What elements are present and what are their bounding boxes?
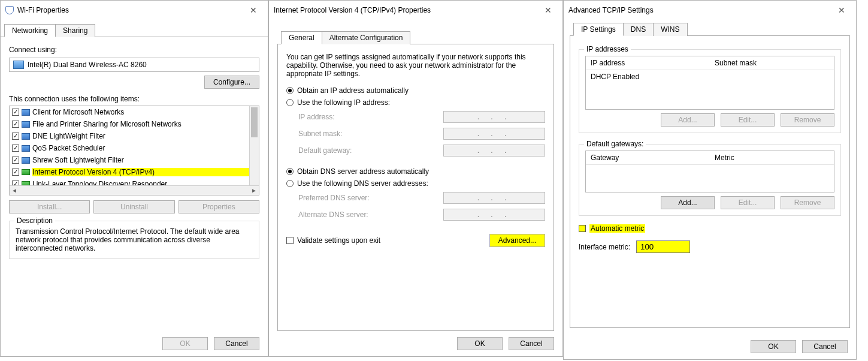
ip-edit-button[interactable]: Edit... — [721, 113, 775, 127]
scrollbar-vertical[interactable] — [249, 106, 259, 185]
items-listbox[interactable]: Client for Microsoft Networks File and P… — [9, 106, 259, 195]
tab-wins[interactable]: WINS — [653, 23, 687, 36]
radio-dns-auto[interactable]: Obtain DNS server address automatically — [286, 167, 545, 176]
connect-using-label: Connect using: — [9, 46, 259, 54]
list-item[interactable]: Shrew Soft Lightweight Filter — [32, 156, 256, 164]
gw-remove-button[interactable]: Remove — [781, 196, 834, 209]
item-checkbox[interactable] — [12, 169, 19, 176]
tab-dns[interactable]: DNS — [623, 23, 654, 36]
list-item-tcpipv4[interactable]: Internet Protocol Version 4 (TCP/IPv4) — [32, 168, 256, 176]
list-item[interactable]: DNE LightWeight Filter — [32, 132, 256, 140]
service-icon — [22, 121, 30, 128]
configure-button[interactable]: Configure... — [204, 76, 259, 89]
close-icon[interactable]: ✕ — [241, 2, 265, 19]
client-icon — [22, 109, 30, 116]
dhcp-enabled-row[interactable]: DHCP Enabled — [586, 70, 834, 83]
tabs: IP Settings DNS WINS — [570, 22, 850, 36]
protocol-icon — [22, 169, 30, 175]
properties-button[interactable]: Properties — [179, 200, 259, 213]
gateways-group: Default gateways: Gateway Metric Add... … — [579, 144, 841, 216]
ip-add-button[interactable]: Add... — [661, 113, 715, 127]
dns2-field: . . . — [443, 209, 545, 221]
adapter-name: Intel(R) Dual Band Wireless-AC 8260 — [28, 61, 147, 69]
interface-metric-input[interactable] — [636, 240, 690, 253]
cancel-button[interactable]: Cancel — [214, 337, 259, 350]
items-label: This connection uses the following items… — [9, 95, 259, 103]
tab-general[interactable]: General — [281, 31, 322, 44]
col-metric: Metric — [710, 151, 834, 164]
advanced-button[interactable]: Advanced... — [489, 234, 545, 247]
dialog-title: Advanced TCP/IP Settings — [568, 6, 654, 14]
ip-addresses-group: IP addresses IP address Subnet mask DHCP… — [579, 49, 841, 133]
list-item[interactable]: File and Printer Sharing for Microsoft N… — [32, 120, 256, 128]
dialog-title: Internet Protocol Version 4 (TCP/IPv4) P… — [274, 6, 431, 14]
wifi-properties-dialog: Wi-Fi Properties ✕ Networking Sharing Co… — [0, 0, 268, 357]
subnet-label: Subnet mask: — [298, 130, 400, 138]
ip-address-field: . . . — [443, 111, 545, 123]
auto-metric-checkbox[interactable]: Automatic metric — [579, 224, 841, 233]
col-ip-address: IP address — [586, 56, 710, 70]
wifi-icon — [5, 6, 14, 14]
uninstall-button[interactable]: Uninstall — [93, 200, 174, 213]
gw-add-button[interactable]: Add... — [661, 196, 715, 209]
description-label: Description — [14, 216, 55, 225]
adapter-icon — [13, 61, 24, 69]
ip-addresses-table[interactable]: IP address Subnet mask DHCP Enabled — [585, 56, 834, 110]
ok-button[interactable]: OK — [751, 340, 796, 353]
gateways-table[interactable]: Gateway Metric — [585, 151, 834, 192]
tab-sharing[interactable]: Sharing — [55, 24, 95, 37]
service-icon — [22, 145, 30, 152]
description-text: Transmission Control Protocol/Internet P… — [16, 227, 253, 252]
gateway-label: Default gateway: — [298, 146, 400, 155]
intro-text: You can get IP settings assigned automat… — [286, 53, 545, 78]
titlebar: Internet Protocol Version 4 (TCP/IPv4) P… — [269, 1, 562, 20]
dns2-label: Alternate DNS server: — [298, 210, 400, 219]
adapter-field: Intel(R) Dual Band Wireless-AC 8260 — [9, 58, 259, 72]
ip-remove-button[interactable]: Remove — [781, 113, 834, 127]
radio-dns-manual[interactable]: Use the following DNS server addresses: — [286, 179, 545, 188]
dialog-title: Wi-Fi Properties — [17, 6, 69, 14]
tab-ip-settings[interactable]: IP Settings — [573, 23, 624, 36]
tabs: Networking Sharing — [1, 23, 268, 37]
install-button[interactable]: Install... — [9, 200, 90, 213]
close-icon[interactable]: ✕ — [536, 2, 560, 19]
interface-metric-label: Interface metric: — [579, 243, 630, 251]
list-item[interactable]: Client for Microsoft Networks — [32, 108, 256, 116]
titlebar: Wi-Fi Properties ✕ — [1, 1, 268, 20]
ok-button[interactable]: OK — [162, 337, 208, 350]
radio-ip-manual[interactable]: Use the following IP address: — [286, 98, 545, 107]
item-checkbox[interactable] — [12, 157, 19, 164]
scrollbar-horizontal[interactable]: ◄► — [10, 185, 259, 195]
close-icon[interactable]: ✕ — [830, 2, 854, 19]
list-item[interactable]: QoS Packet Scheduler — [32, 144, 256, 152]
dns1-field: . . . — [443, 192, 545, 204]
col-gateway: Gateway — [586, 151, 710, 164]
dns1-label: Preferred DNS server: — [298, 194, 400, 202]
service-icon — [22, 157, 30, 164]
ip-address-label: IP address: — [298, 113, 400, 121]
validate-checkbox[interactable]: Validate settings upon exit — [286, 236, 380, 245]
cancel-button[interactable]: Cancel — [802, 340, 848, 353]
gateway-field: . . . — [443, 145, 545, 157]
titlebar: Advanced TCP/IP Settings ✕ — [564, 1, 856, 20]
tabs: General Alternate Configuration — [277, 31, 554, 44]
advanced-tcpip-dialog: Advanced TCP/IP Settings ✕ IP Settings D… — [563, 0, 857, 360]
col-subnet: Subnet mask — [710, 56, 834, 70]
service-icon — [22, 133, 30, 140]
gw-edit-button[interactable]: Edit... — [721, 196, 775, 209]
item-checkbox[interactable] — [12, 121, 19, 128]
tab-alternate[interactable]: Alternate Configuration — [322, 31, 411, 44]
cancel-button[interactable]: Cancel — [509, 337, 554, 350]
item-checkbox[interactable] — [12, 145, 19, 152]
tab-networking[interactable]: Networking — [4, 24, 56, 37]
item-checkbox[interactable] — [12, 133, 19, 140]
subnet-field: . . . — [443, 128, 545, 140]
item-checkbox[interactable] — [12, 109, 19, 116]
ipv4-properties-dialog: Internet Protocol Version 4 (TCP/IPv4) P… — [268, 0, 563, 357]
ok-button[interactable]: OK — [457, 337, 503, 350]
radio-ip-auto[interactable]: Obtain an IP address automatically — [286, 86, 545, 95]
